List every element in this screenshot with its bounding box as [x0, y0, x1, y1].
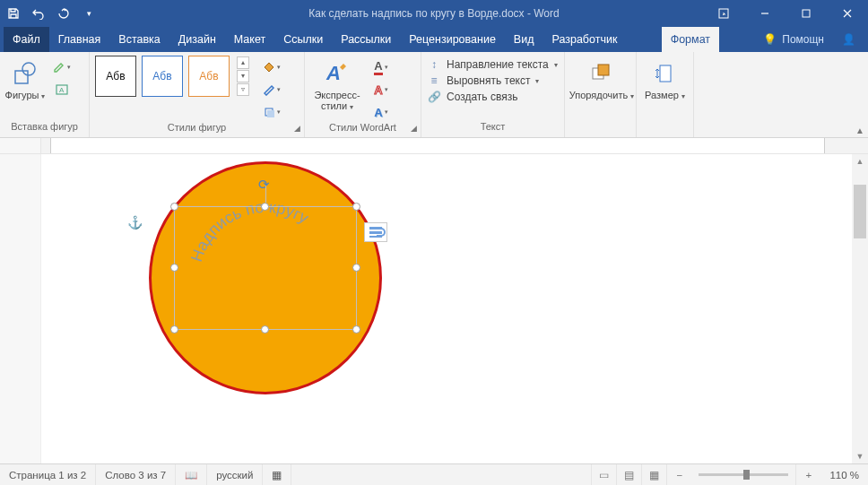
record-macro-icon: ▦ — [272, 469, 282, 481]
zoom-level[interactable]: 110 % — [820, 464, 868, 485]
size-icon — [651, 59, 680, 88]
dialog-launcher-icon[interactable]: ◢ — [408, 124, 419, 134]
layout-options-button[interactable] — [364, 222, 387, 242]
qat-dropdown-icon[interactable]: ▾ — [81, 5, 97, 22]
tab-review[interactable]: Рецензирование — [400, 27, 505, 52]
group-shape-styles: Абв Абв Абв ▴▾▿ Стили фигур◢ — [90, 52, 305, 137]
shape-effects-icon[interactable] — [258, 102, 285, 122]
resize-handle[interactable] — [170, 264, 178, 272]
tab-home[interactable]: Главная — [49, 27, 110, 52]
scroll-up-icon[interactable]: ▲ — [852, 154, 868, 169]
svg-text:A: A — [59, 86, 65, 94]
web-layout-icon[interactable]: ▦ — [641, 464, 666, 485]
horizontal-ruler[interactable] — [0, 138, 868, 154]
shapes-label: Фигуры — [5, 90, 46, 101]
svg-rect-8 — [267, 110, 274, 117]
text-effects-icon[interactable]: A — [368, 102, 395, 122]
tab-mailings[interactable]: Рассылки — [332, 27, 400, 52]
svg-point-4 — [22, 63, 35, 75]
page-indicator[interactable]: Страница 1 из 2 — [0, 464, 96, 485]
shape-outline-icon[interactable] — [258, 80, 285, 100]
selection-box[interactable]: ⟳ — [174, 206, 357, 330]
close-button[interactable] — [827, 0, 868, 27]
resize-handle[interactable] — [352, 203, 360, 211]
resize-handle[interactable] — [170, 325, 178, 333]
word-count[interactable]: Слово 3 из 7 — [96, 464, 176, 485]
group-label-shapes: Вставка фигур — [0, 121, 89, 137]
minimize-button[interactable] — [744, 0, 786, 27]
tab-developer[interactable]: Разработчик — [542, 27, 626, 52]
tab-layout[interactable]: Макет — [225, 27, 274, 52]
style-preset-1[interactable]: Абв — [95, 56, 136, 97]
create-link-label: Создать связь — [447, 91, 517, 103]
vertical-scrollbar[interactable]: ▲ ▼ — [852, 154, 868, 463]
group-size: Размер — [637, 52, 694, 137]
shape-style-gallery[interactable]: Абв Абв Абв ▴▾▿ — [95, 56, 249, 97]
svg-rect-11 — [598, 65, 609, 75]
shape-fill-icon[interactable] — [258, 57, 285, 77]
vertical-ruler[interactable] — [0, 154, 41, 463]
tab-design[interactable]: Дизайн — [169, 27, 225, 52]
zoom-slider[interactable] — [699, 473, 788, 476]
group-label-text: Текст — [421, 121, 564, 137]
tab-references[interactable]: Ссылки — [274, 27, 332, 52]
svg-text:A: A — [326, 62, 341, 84]
scroll-down-icon[interactable]: ▼ — [852, 449, 868, 463]
tab-format[interactable]: Формат — [662, 27, 719, 52]
shapes-icon — [11, 59, 39, 88]
zoom-out-button[interactable]: − — [666, 464, 691, 485]
group-label-wordart: Стили WordArt◢ — [305, 122, 421, 137]
tell-me[interactable]: 💡 Помощн — [754, 27, 833, 52]
zoom-in-button[interactable]: + — [795, 464, 820, 485]
resize-handle[interactable] — [261, 203, 269, 211]
rotate-handle-icon[interactable]: ⟳ — [258, 177, 273, 191]
document-title: Как сделать надпись по кругу в Ворде.doc… — [308, 7, 559, 20]
tab-insert[interactable]: Вставка — [109, 27, 169, 52]
maximize-button[interactable] — [786, 0, 827, 27]
align-text-icon: ≡ — [427, 74, 441, 87]
spellcheck-button[interactable]: 📖 — [176, 464, 207, 485]
resize-handle[interactable] — [261, 325, 269, 333]
quick-access-toolbar: ▾ — [0, 5, 102, 22]
group-text: ↕Направление текста▾ ≡Выровнять текст▾ 🔗… — [421, 52, 565, 137]
align-text-button[interactable]: ≡Выровнять текст▾ — [427, 74, 558, 87]
arrange-button[interactable]: Упорядочить — [570, 56, 633, 101]
ribbon-display-options-icon[interactable] — [703, 0, 744, 27]
tab-file[interactable]: Файл — [4, 27, 49, 52]
create-link-button[interactable]: 🔗Создать связь — [427, 91, 558, 103]
share-icon: 👤 — [842, 33, 855, 46]
group-arrange: Упорядочить — [565, 52, 637, 137]
scroll-thumb[interactable] — [854, 185, 866, 238]
page[interactable]: ⚓ Надпись по кругу ⟳ — [41, 154, 852, 463]
text-fill-icon[interactable]: A — [368, 57, 395, 77]
save-icon[interactable] — [5, 5, 22, 22]
language-indicator[interactable]: русский — [207, 464, 263, 485]
style-preset-2[interactable]: Абв — [142, 56, 183, 97]
resize-handle[interactable] — [170, 203, 178, 211]
resize-handle[interactable] — [352, 264, 360, 272]
redo-icon[interactable] — [56, 5, 72, 22]
edit-shape-icon[interactable] — [48, 57, 75, 77]
anchor-icon[interactable]: ⚓ — [127, 215, 143, 230]
link-icon: 🔗 — [427, 91, 441, 103]
text-direction-button[interactable]: ↕Направление текста▾ — [427, 58, 558, 71]
text-outline-icon[interactable]: A — [368, 80, 395, 100]
collapse-ribbon-icon[interactable]: ▲ — [855, 126, 864, 135]
arrange-icon — [587, 59, 616, 88]
size-button[interactable]: Размер — [642, 56, 688, 101]
text-box-icon[interactable]: A — [48, 80, 75, 100]
svg-rect-2 — [803, 10, 810, 17]
gallery-scroll[interactable]: ▴▾▿ — [237, 56, 249, 97]
title-bar: ▾ Как сделать надпись по кругу в Ворде.d… — [0, 0, 868, 27]
print-layout-icon[interactable]: ▤ — [616, 464, 641, 485]
share-button[interactable]: 👤 — [833, 27, 864, 52]
dialog-launcher-icon[interactable]: ◢ — [291, 124, 302, 134]
read-mode-icon[interactable]: ▭ — [591, 464, 616, 485]
style-preset-3[interactable]: Абв — [188, 56, 230, 97]
quick-styles-button[interactable]: A Экспресс-стили — [310, 56, 364, 112]
macro-record-button[interactable]: ▦ — [263, 464, 291, 485]
resize-handle[interactable] — [352, 325, 360, 333]
shapes-button[interactable]: Фигуры — [5, 56, 45, 101]
undo-icon[interactable] — [30, 5, 47, 22]
tab-view[interactable]: Вид — [505, 27, 543, 52]
